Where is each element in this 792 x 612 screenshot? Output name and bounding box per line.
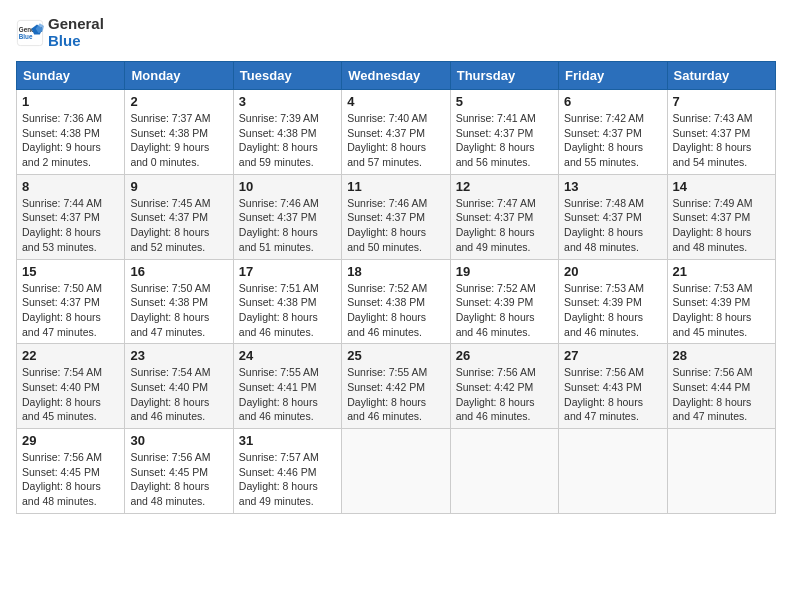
day-info: Sunrise: 7:41 AMSunset: 4:37 PMDaylight:… (456, 111, 553, 170)
day-number: 8 (22, 179, 119, 194)
day-info: Sunrise: 7:50 AMSunset: 4:37 PMDaylight:… (22, 281, 119, 340)
day-number: 16 (130, 264, 227, 279)
day-number: 13 (564, 179, 661, 194)
day-number: 17 (239, 264, 336, 279)
column-header-wednesday: Wednesday (342, 62, 450, 90)
calendar-cell (667, 429, 775, 514)
calendar-cell: 30Sunrise: 7:56 AMSunset: 4:45 PMDayligh… (125, 429, 233, 514)
day-number: 5 (456, 94, 553, 109)
calendar-cell: 19Sunrise: 7:52 AMSunset: 4:39 PMDayligh… (450, 259, 558, 344)
calendar-cell (450, 429, 558, 514)
column-header-friday: Friday (559, 62, 667, 90)
day-info: Sunrise: 7:46 AMSunset: 4:37 PMDaylight:… (239, 196, 336, 255)
day-info: Sunrise: 7:50 AMSunset: 4:38 PMDaylight:… (130, 281, 227, 340)
calendar-cell: 29Sunrise: 7:56 AMSunset: 4:45 PMDayligh… (17, 429, 125, 514)
day-info: Sunrise: 7:53 AMSunset: 4:39 PMDaylight:… (564, 281, 661, 340)
day-number: 27 (564, 348, 661, 363)
day-number: 19 (456, 264, 553, 279)
day-info: Sunrise: 7:44 AMSunset: 4:37 PMDaylight:… (22, 196, 119, 255)
calendar-cell: 10Sunrise: 7:46 AMSunset: 4:37 PMDayligh… (233, 174, 341, 259)
calendar-cell: 7Sunrise: 7:43 AMSunset: 4:37 PMDaylight… (667, 90, 775, 175)
day-info: Sunrise: 7:53 AMSunset: 4:39 PMDaylight:… (673, 281, 770, 340)
calendar-cell: 6Sunrise: 7:42 AMSunset: 4:37 PMDaylight… (559, 90, 667, 175)
calendar-week-row: 15Sunrise: 7:50 AMSunset: 4:37 PMDayligh… (17, 259, 776, 344)
calendar-cell (559, 429, 667, 514)
calendar-cell: 9Sunrise: 7:45 AMSunset: 4:37 PMDaylight… (125, 174, 233, 259)
day-number: 15 (22, 264, 119, 279)
calendar-cell: 8Sunrise: 7:44 AMSunset: 4:37 PMDaylight… (17, 174, 125, 259)
day-number: 14 (673, 179, 770, 194)
day-number: 1 (22, 94, 119, 109)
day-info: Sunrise: 7:48 AMSunset: 4:37 PMDaylight:… (564, 196, 661, 255)
calendar-cell: 15Sunrise: 7:50 AMSunset: 4:37 PMDayligh… (17, 259, 125, 344)
day-number: 28 (673, 348, 770, 363)
day-info: Sunrise: 7:56 AMSunset: 4:43 PMDaylight:… (564, 365, 661, 424)
day-info: Sunrise: 7:54 AMSunset: 4:40 PMDaylight:… (130, 365, 227, 424)
calendar-cell: 17Sunrise: 7:51 AMSunset: 4:38 PMDayligh… (233, 259, 341, 344)
day-number: 25 (347, 348, 444, 363)
day-number: 24 (239, 348, 336, 363)
logo: General Blue General Blue (16, 16, 104, 49)
calendar-cell (342, 429, 450, 514)
day-info: Sunrise: 7:47 AMSunset: 4:37 PMDaylight:… (456, 196, 553, 255)
day-number: 22 (22, 348, 119, 363)
day-number: 12 (456, 179, 553, 194)
day-number: 3 (239, 94, 336, 109)
day-info: Sunrise: 7:57 AMSunset: 4:46 PMDaylight:… (239, 450, 336, 509)
day-number: 31 (239, 433, 336, 448)
calendar-table: SundayMondayTuesdayWednesdayThursdayFrid… (16, 61, 776, 514)
calendar-cell: 18Sunrise: 7:52 AMSunset: 4:38 PMDayligh… (342, 259, 450, 344)
calendar-cell: 24Sunrise: 7:55 AMSunset: 4:41 PMDayligh… (233, 344, 341, 429)
day-info: Sunrise: 7:46 AMSunset: 4:37 PMDaylight:… (347, 196, 444, 255)
day-info: Sunrise: 7:43 AMSunset: 4:37 PMDaylight:… (673, 111, 770, 170)
day-info: Sunrise: 7:54 AMSunset: 4:40 PMDaylight:… (22, 365, 119, 424)
calendar-cell: 2Sunrise: 7:37 AMSunset: 4:38 PMDaylight… (125, 90, 233, 175)
day-info: Sunrise: 7:56 AMSunset: 4:42 PMDaylight:… (456, 365, 553, 424)
day-number: 9 (130, 179, 227, 194)
day-number: 23 (130, 348, 227, 363)
calendar-cell: 3Sunrise: 7:39 AMSunset: 4:38 PMDaylight… (233, 90, 341, 175)
logo-general-text: General (48, 16, 104, 33)
day-info: Sunrise: 7:49 AMSunset: 4:37 PMDaylight:… (673, 196, 770, 255)
column-header-sunday: Sunday (17, 62, 125, 90)
day-number: 7 (673, 94, 770, 109)
day-info: Sunrise: 7:52 AMSunset: 4:38 PMDaylight:… (347, 281, 444, 340)
calendar-cell: 11Sunrise: 7:46 AMSunset: 4:37 PMDayligh… (342, 174, 450, 259)
day-info: Sunrise: 7:40 AMSunset: 4:37 PMDaylight:… (347, 111, 444, 170)
day-number: 21 (673, 264, 770, 279)
calendar-cell: 26Sunrise: 7:56 AMSunset: 4:42 PMDayligh… (450, 344, 558, 429)
calendar-cell: 16Sunrise: 7:50 AMSunset: 4:38 PMDayligh… (125, 259, 233, 344)
calendar-week-row: 22Sunrise: 7:54 AMSunset: 4:40 PMDayligh… (17, 344, 776, 429)
day-number: 20 (564, 264, 661, 279)
day-number: 26 (456, 348, 553, 363)
logo-blue-text: Blue (48, 33, 104, 50)
day-info: Sunrise: 7:39 AMSunset: 4:38 PMDaylight:… (239, 111, 336, 170)
day-number: 4 (347, 94, 444, 109)
day-info: Sunrise: 7:42 AMSunset: 4:37 PMDaylight:… (564, 111, 661, 170)
day-info: Sunrise: 7:55 AMSunset: 4:42 PMDaylight:… (347, 365, 444, 424)
calendar-cell: 31Sunrise: 7:57 AMSunset: 4:46 PMDayligh… (233, 429, 341, 514)
calendar-cell: 13Sunrise: 7:48 AMSunset: 4:37 PMDayligh… (559, 174, 667, 259)
day-number: 10 (239, 179, 336, 194)
calendar-cell: 21Sunrise: 7:53 AMSunset: 4:39 PMDayligh… (667, 259, 775, 344)
calendar-cell: 4Sunrise: 7:40 AMSunset: 4:37 PMDaylight… (342, 90, 450, 175)
day-info: Sunrise: 7:56 AMSunset: 4:45 PMDaylight:… (130, 450, 227, 509)
calendar-cell: 27Sunrise: 7:56 AMSunset: 4:43 PMDayligh… (559, 344, 667, 429)
day-info: Sunrise: 7:56 AMSunset: 4:45 PMDaylight:… (22, 450, 119, 509)
day-info: Sunrise: 7:52 AMSunset: 4:39 PMDaylight:… (456, 281, 553, 340)
calendar-week-row: 1Sunrise: 7:36 AMSunset: 4:38 PMDaylight… (17, 90, 776, 175)
logo-icon: General Blue (16, 19, 44, 47)
calendar-cell: 23Sunrise: 7:54 AMSunset: 4:40 PMDayligh… (125, 344, 233, 429)
calendar-cell: 22Sunrise: 7:54 AMSunset: 4:40 PMDayligh… (17, 344, 125, 429)
day-number: 29 (22, 433, 119, 448)
calendar-week-row: 8Sunrise: 7:44 AMSunset: 4:37 PMDaylight… (17, 174, 776, 259)
day-info: Sunrise: 7:51 AMSunset: 4:38 PMDaylight:… (239, 281, 336, 340)
svg-text:Blue: Blue (19, 32, 33, 39)
day-info: Sunrise: 7:36 AMSunset: 4:38 PMDaylight:… (22, 111, 119, 170)
day-info: Sunrise: 7:56 AMSunset: 4:44 PMDaylight:… (673, 365, 770, 424)
column-header-thursday: Thursday (450, 62, 558, 90)
calendar-cell: 14Sunrise: 7:49 AMSunset: 4:37 PMDayligh… (667, 174, 775, 259)
header-row: SundayMondayTuesdayWednesdayThursdayFrid… (17, 62, 776, 90)
day-number: 18 (347, 264, 444, 279)
calendar-cell: 1Sunrise: 7:36 AMSunset: 4:38 PMDaylight… (17, 90, 125, 175)
